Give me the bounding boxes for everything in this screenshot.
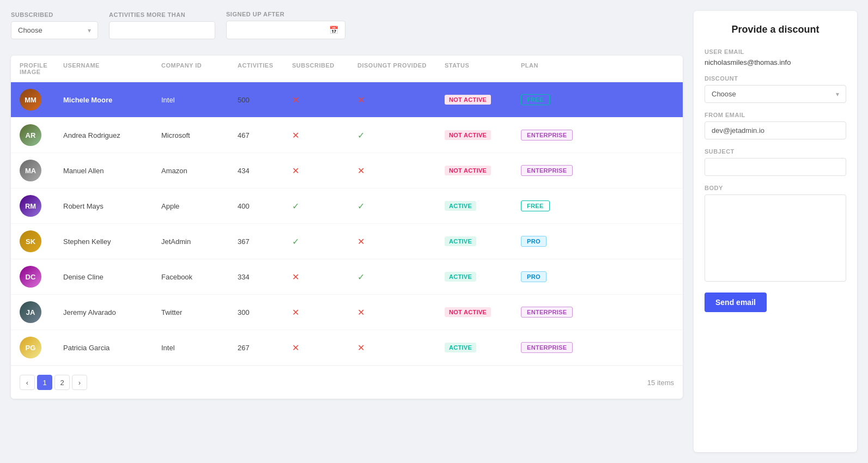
status-cell: ACTIVE — [445, 272, 521, 282]
subscribed-filter-label: SUBSCRIBED — [11, 11, 98, 18]
status-badge: ACTIVE — [445, 272, 476, 282]
user-email-field: USER EMAIL nicholasmiles@thomas.info — [705, 48, 846, 66]
cross-icon: ✕ — [292, 308, 299, 317]
cross-icon: ✕ — [357, 95, 365, 105]
body-label: BODY — [705, 185, 846, 191]
activities-filter-group: ACTIVITIES MORE THAN — [109, 11, 215, 39]
avatar: PG — [20, 337, 41, 358]
status-badge: ACTIVE — [445, 201, 476, 211]
status-cell: ACTIVE — [445, 201, 521, 211]
discount-cell: ✕ — [357, 166, 445, 176]
subscribed-cell: ✕ — [292, 166, 357, 176]
table-body: MMMichele MooreIntel500✕✕NOT ACTIVEFREEA… — [11, 82, 683, 365]
body-textarea[interactable] — [705, 194, 846, 282]
body-field: BODY — [705, 185, 846, 282]
page-1-button[interactable]: 1 — [37, 375, 52, 390]
plan-cell: ENTERPRISE — [521, 130, 586, 141]
table-row[interactable]: MMMichele MooreIntel500✕✕NOT ACTIVEFREE — [11, 82, 683, 118]
subscribed-cell: ✓ — [292, 236, 357, 247]
discount-select[interactable]: Choose ▾ — [705, 85, 846, 103]
activities-input[interactable] — [109, 21, 215, 39]
plan-badge: PRO — [521, 271, 547, 282]
next-page-button[interactable]: › — [72, 375, 87, 390]
company-cell: Facebook — [161, 273, 238, 281]
plan-cell: PRO — [521, 271, 586, 282]
plan-cell: PRO — [521, 236, 586, 247]
prev-page-button[interactable]: ‹ — [20, 375, 35, 390]
subscribed-cell: ✓ — [292, 201, 357, 211]
subscribed-select[interactable]: Choose ▾ — [11, 21, 98, 39]
from-email-input[interactable] — [705, 121, 846, 139]
subscribed-filter-group: SUBSCRIBED Choose ▾ — [11, 11, 98, 39]
plan-cell: ENTERPRISE — [521, 165, 586, 176]
subject-input[interactable] — [705, 158, 846, 176]
plan-cell: ENTERPRISE — [521, 307, 586, 318]
signed-up-date-input[interactable]: 📅 — [226, 21, 345, 39]
activities-cell: 467 — [238, 131, 292, 139]
col-discount-provided: DISOUNGT PROVIDED — [357, 62, 445, 75]
avatar: DC — [20, 266, 41, 288]
user-email-label: USER EMAIL — [705, 48, 846, 55]
col-activities: ACTIVITIES — [238, 62, 292, 75]
col-plan: PLAN — [521, 62, 586, 75]
discount-cell: ✓ — [357, 130, 445, 141]
discount-cell: ✓ — [357, 272, 445, 282]
username-cell: Robert Mays — [63, 202, 161, 210]
discount-cell: ✕ — [357, 343, 445, 353]
plan-badge: ENTERPRISE — [521, 165, 573, 176]
discount-chevron-icon: ▾ — [836, 90, 839, 98]
username-cell: Denise Cline — [63, 273, 161, 281]
discount-panel: Provide a discount USER EMAIL nicholasmi… — [694, 11, 857, 452]
avatar-initials: MM — [25, 96, 37, 104]
table-row[interactable]: RMRobert MaysApple400✓✓ACTIVEFREE — [11, 188, 683, 224]
date-field[interactable] — [233, 26, 325, 34]
username-cell: Stephen Kelley — [63, 237, 161, 246]
avatar: MM — [20, 89, 41, 111]
status-badge: ACTIVE — [445, 236, 476, 246]
filter-bar: SUBSCRIBED Choose ▾ ACTIVITIES MORE THAN… — [11, 11, 683, 39]
table-row[interactable]: DCDenise ClineFacebook334✕✓ACTIVEPRO — [11, 259, 683, 295]
avatar-initials: RM — [25, 202, 36, 210]
status-badge: ACTIVE — [445, 343, 476, 352]
avatar: JA — [20, 301, 41, 323]
discount-cell: ✕ — [357, 95, 445, 105]
discount-cell: ✓ — [357, 201, 445, 211]
send-email-button[interactable]: Send email — [705, 293, 767, 312]
pagination: ‹ 1 2 › 15 items — [11, 365, 683, 399]
status-badge: NOT ACTIVE — [445, 307, 491, 317]
status-cell: NOT ACTIVE — [445, 130, 521, 140]
subscribed-cell: ✕ — [292, 307, 357, 318]
status-cell: NOT ACTIVE — [445, 166, 521, 175]
company-cell: Intel — [161, 96, 238, 104]
avatar-initials: AR — [26, 131, 36, 139]
activities-cell: 334 — [238, 273, 292, 281]
plan-cell: FREE — [521, 94, 586, 105]
cross-icon: ✕ — [292, 166, 299, 175]
table-header: PROFILE IMAGE USERNAME COMPANY ID ACTIVI… — [11, 56, 683, 82]
pagination-controls: ‹ 1 2 › — [20, 375, 87, 390]
avatar-initials: PG — [26, 344, 36, 352]
subscribed-select-value: Choose — [18, 26, 43, 34]
cross-icon: ✕ — [292, 131, 299, 140]
table-row[interactable]: SKStephen KelleyJetAdmin367✓✕ACTIVEPRO — [11, 224, 683, 259]
plan-badge: PRO — [521, 236, 547, 247]
table-row[interactable]: JAJeremy AlvaradoTwitter300✕✕NOT ACTIVEE… — [11, 295, 683, 330]
status-badge: NOT ACTIVE — [445, 130, 491, 140]
cross-icon: ✕ — [357, 343, 365, 352]
avatar: MA — [20, 160, 41, 181]
page-2-button[interactable]: 2 — [54, 375, 70, 390]
cross-icon: ✕ — [357, 308, 365, 317]
table-row[interactable]: ARAndrea RodriguezMicrosoft467✕✓NOT ACTI… — [11, 118, 683, 153]
check-icon: ✓ — [357, 131, 365, 140]
avatar-initials: SK — [26, 237, 35, 246]
from-email-field: FROM EMAIL — [705, 112, 846, 139]
company-cell: Microsoft — [161, 131, 238, 139]
activities-filter-label: ACTIVITIES MORE THAN — [109, 11, 215, 18]
plan-badge: FREE — [521, 94, 550, 105]
activities-cell: 500 — [238, 96, 292, 104]
cross-icon: ✕ — [292, 343, 299, 352]
table-row[interactable]: PGPatricia GarciaIntel267✕✕ACTIVEENTERPR… — [11, 330, 683, 365]
status-badge: NOT ACTIVE — [445, 166, 491, 175]
status-cell: ACTIVE — [445, 343, 521, 352]
table-row[interactable]: MAManuel AllenAmazon434✕✕NOT ACTIVEENTER… — [11, 153, 683, 188]
